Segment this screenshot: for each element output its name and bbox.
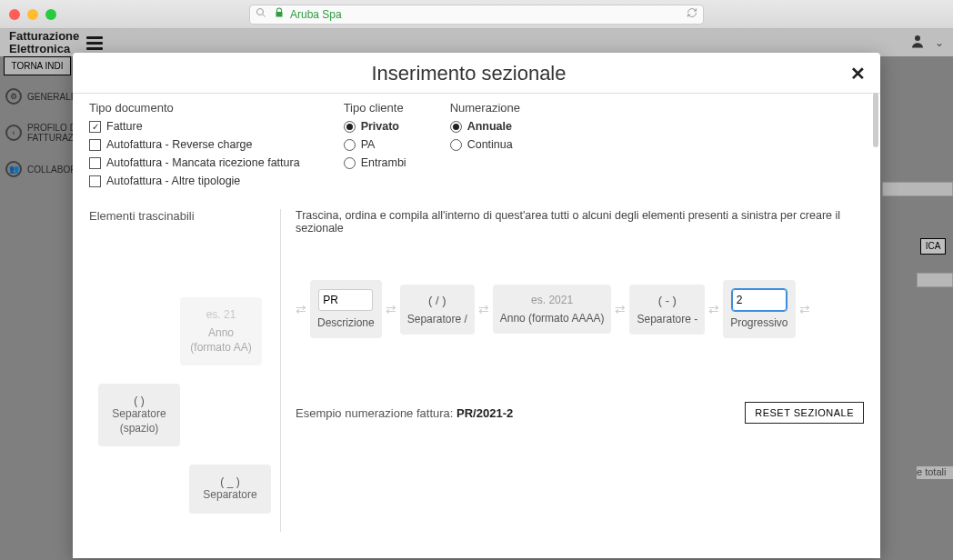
url-text: Aruba Spa bbox=[290, 8, 342, 21]
minimize-window-button[interactable] bbox=[27, 9, 38, 20]
drag-handle-icon[interactable]: ⇄ bbox=[615, 302, 626, 316]
elementi-trascinabili-heading: Elementi trascinabili bbox=[89, 209, 273, 223]
window-titlebar: Aruba Spa bbox=[0, 0, 953, 29]
close-window-button[interactable] bbox=[9, 9, 20, 20]
svg-line-1 bbox=[263, 15, 266, 17]
modal-title: Inserimento sezionale bbox=[87, 62, 850, 85]
sidebar-item-profilo[interactable]: ‹ PROFILO DIFATTURAZIC bbox=[0, 114, 75, 152]
block-progressivo[interactable]: Progressivo bbox=[723, 280, 795, 338]
numerazione-group: Numerazione Annuale Continua bbox=[450, 101, 520, 193]
radio-pa[interactable]: PA bbox=[344, 138, 406, 151]
checkbox-fatture[interactable]: ✓Fatture bbox=[89, 120, 300, 133]
back-button[interactable]: TORNA INDI bbox=[4, 56, 71, 75]
checkbox-reverse-charge[interactable]: Autofattura - Reverse charge bbox=[89, 138, 300, 151]
drag-handle-icon[interactable]: ⇄ bbox=[296, 302, 306, 316]
user-icon[interactable] bbox=[909, 33, 926, 54]
example-label: Esempio numerazione fattura: PR/2021-2 bbox=[296, 406, 513, 420]
drag-handle-icon[interactable]: ⇄ bbox=[799, 302, 810, 316]
chevron-down-icon[interactable]: ⌄ bbox=[935, 36, 944, 49]
tipo-documento-heading: Tipo documento bbox=[89, 101, 300, 115]
bg-fragment-ica: ICA bbox=[920, 238, 946, 255]
side-nav: TORNA INDI ⚙ GENERALI ‹ PROFILO DIFATTUR… bbox=[0, 56, 75, 186]
block-descrizione[interactable]: Descrizione bbox=[310, 280, 382, 338]
checkbox-altre-tipologie[interactable]: Autofattura - Altre tipologie bbox=[89, 175, 300, 187]
refresh-icon[interactable] bbox=[687, 7, 697, 21]
drag-source-anno-aa[interactable]: es. 21 Anno (formato AA) bbox=[180, 297, 262, 365]
close-icon[interactable]: ✕ bbox=[850, 63, 866, 85]
search-icon bbox=[256, 7, 266, 21]
sezionale-builder-pane: Trascina, ordina e compila all'interno d… bbox=[281, 209, 864, 532]
radio-annuale[interactable]: Annuale bbox=[450, 120, 520, 133]
radio-privato[interactable]: Privato bbox=[344, 120, 406, 133]
tipo-documento-group: Tipo documento ✓Fatture Autofattura - Re… bbox=[89, 101, 300, 193]
gear-icon: ⚙ bbox=[5, 88, 22, 105]
users-icon: 👥 bbox=[5, 161, 22, 177]
radio-continua[interactable]: Continua bbox=[450, 138, 520, 151]
drag-source-separatore-underscore[interactable]: ( _ ) Separatore bbox=[189, 465, 271, 514]
app-logo: Fatturazione Elettronica bbox=[9, 30, 79, 56]
svg-point-0 bbox=[257, 9, 264, 15]
svg-point-2 bbox=[915, 35, 920, 41]
tipo-cliente-heading: Tipo cliente bbox=[344, 101, 406, 115]
arrow-left-icon: ‹ bbox=[5, 125, 22, 141]
progressivo-input[interactable] bbox=[732, 289, 787, 311]
block-anno-aaaa[interactable]: es. 2021 Anno (formato AAAA) bbox=[493, 285, 612, 334]
maximize-window-button[interactable] bbox=[45, 9, 56, 20]
radio-entrambi[interactable]: Entrambi bbox=[344, 156, 406, 169]
instruction-text: Trascina, ordina e compila all'interno d… bbox=[296, 209, 864, 235]
tipo-cliente-group: Tipo cliente Privato PA Entrambi bbox=[344, 101, 406, 193]
menu-icon[interactable] bbox=[86, 36, 103, 50]
drag-handle-icon[interactable]: ⇄ bbox=[386, 302, 396, 316]
drag-handle-icon[interactable]: ⇄ bbox=[478, 302, 489, 316]
example-value: PR/2021-2 bbox=[456, 406, 513, 420]
traffic-lights bbox=[9, 9, 56, 20]
drag-source-separatore-spazio[interactable]: ( ) Separatore (spazio) bbox=[98, 384, 180, 446]
modal-inserimento-sezionale: Inserimento sezionale ✕ Tipo documento ✓… bbox=[73, 53, 880, 558]
bg-fragment bbox=[917, 273, 953, 287]
elementi-trascinabili-pane: Elementi trascinabili es. 21 Anno (forma… bbox=[89, 209, 280, 532]
sezionale-sequence: ⇄ Descrizione ⇄ ( / ) Separatore / ⇄ es.… bbox=[296, 280, 864, 338]
block-separatore-dash[interactable]: ( - ) Separatore - bbox=[629, 285, 705, 335]
block-separatore-slash[interactable]: ( / ) Separatore / bbox=[400, 285, 475, 335]
bg-fragment bbox=[882, 182, 953, 196]
numerazione-heading: Numerazione bbox=[450, 101, 520, 115]
sidebar-item-generali[interactable]: ⚙ GENERALI bbox=[0, 79, 75, 114]
drag-handle-icon[interactable]: ⇄ bbox=[708, 302, 719, 316]
checkbox-mancata-ricezione[interactable]: Autofattura - Mancata ricezione fattura bbox=[89, 156, 300, 169]
reset-sezionale-button[interactable]: RESET SEZIONALE bbox=[745, 402, 864, 424]
lock-icon bbox=[274, 7, 285, 21]
bg-fragment-totali: e totali bbox=[917, 466, 953, 479]
descrizione-input[interactable] bbox=[318, 289, 373, 311]
sidebar-item-collabora[interactable]: 👥 COLLABORA bbox=[0, 152, 75, 186]
address-bar[interactable]: Aruba Spa bbox=[249, 5, 704, 25]
